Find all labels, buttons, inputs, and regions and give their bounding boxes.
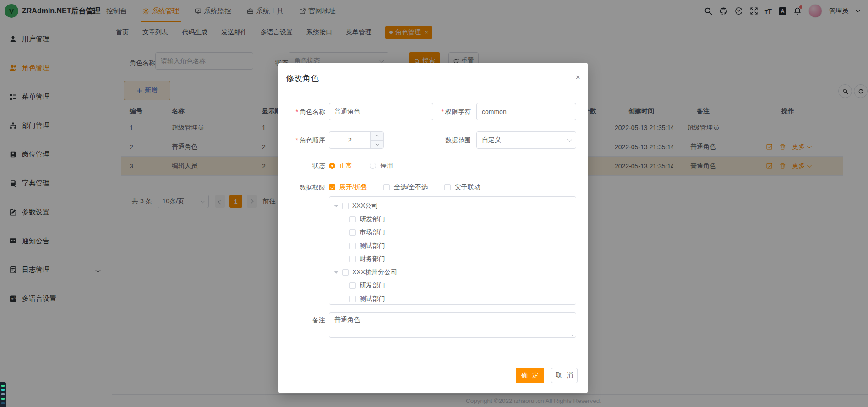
widget-pixel [1, 385, 5, 387]
select-all-label[interactable]: 全选/全不选 [394, 183, 428, 191]
tree-node[interactable]: 财务部门 [329, 252, 576, 266]
app-screen: V ZRAdmin.NET后台管理 控制台 系统管理 系统监控 [0, 0, 868, 407]
tree-node-label: 研发部门 [360, 282, 385, 290]
role-sort-stepper [329, 131, 384, 149]
decrease-button[interactable] [371, 141, 383, 149]
required-asterisk: * [296, 136, 298, 144]
remark-label: 备注 [283, 316, 325, 325]
stepper-controls [370, 132, 383, 148]
data-scope-value: 自定义 [482, 136, 501, 144]
tree-checkbox[interactable] [349, 296, 356, 302]
confirm-button[interactable]: 确 定 [516, 368, 544, 383]
expand-collapse-checkbox[interactable] [329, 184, 335, 190]
tree-node[interactable]: XXX公司 [329, 199, 576, 212]
chevron-down-icon [375, 142, 379, 146]
role-sort-label: *角色顺序 [283, 136, 325, 145]
radio-normal-label[interactable]: 正常 [339, 162, 352, 170]
widget-pixel [1, 402, 5, 404]
tree-checkbox[interactable] [349, 229, 356, 236]
tree-node-label: 测试部门 [360, 242, 385, 250]
tree-node[interactable]: 市场部门 [329, 226, 576, 239]
widget-pixel [1, 393, 5, 395]
select-all-checkbox[interactable] [383, 184, 390, 190]
role-name-input[interactable] [329, 103, 433, 120]
increase-button[interactable] [371, 132, 383, 141]
corner-widget [0, 382, 6, 407]
data-permission-label: 数据权限 [283, 184, 325, 192]
tree-node[interactable]: 测试部门 [329, 239, 576, 252]
data-permission-options: 展开/折叠 全选/全不选 父子联动 [329, 183, 480, 191]
role-key-input[interactable] [476, 103, 576, 120]
tree-checkbox[interactable] [342, 203, 349, 209]
tree-node[interactable]: 研发部门 [329, 279, 576, 292]
tree-node-label: 研发部门 [360, 215, 385, 223]
tree-node-label: XXX公司 [352, 202, 378, 210]
required-asterisk: * [296, 108, 298, 115]
status-label: 状态 [283, 162, 325, 170]
role-name-label: *角色名称 [283, 108, 325, 116]
expand-collapse-label[interactable]: 展开/折叠 [339, 183, 367, 191]
tree-checkbox[interactable] [349, 256, 356, 262]
chevron-up-icon [375, 134, 378, 138]
tree-node-label: 市场部门 [360, 228, 385, 237]
remark-textarea[interactable]: 普通角色 [329, 312, 576, 338]
tree-node[interactable]: 研发部门 [329, 212, 576, 226]
tree-node[interactable]: 测试部门 [329, 292, 576, 305]
tree-node-label: 测试部门 [360, 295, 385, 303]
tree-checkbox[interactable] [342, 269, 349, 276]
tree-node[interactable]: XXX杭州分公司 [329, 266, 576, 279]
widget-pixel [1, 389, 5, 391]
permission-tree: XXX公司 研发部门 市场部门 测试部门 财务部门 XXX杭州分公司 [329, 196, 576, 305]
tree-node-label: XXX杭州分公司 [352, 268, 397, 277]
dialog-title: 修改角色 [286, 73, 319, 84]
status-radio-group: 正常 停用 [329, 162, 393, 170]
parent-child-link-label[interactable]: 父子联动 [455, 183, 480, 191]
caret-down-icon[interactable] [334, 205, 338, 207]
role-key-label: *权限字符 [429, 108, 471, 116]
widget-pixel [1, 398, 5, 400]
radio-disabled-label[interactable]: 停用 [380, 162, 393, 170]
chevron-down-icon [567, 137, 572, 142]
caret-down-icon[interactable] [334, 271, 338, 274]
close-icon[interactable]: × [575, 73, 580, 81]
edit-role-dialog: 修改角色 × *角色名称 *权限字符 *角色顺序 数据范围 自定义 状态 正常 … [278, 63, 588, 393]
tree-checkbox[interactable] [349, 243, 356, 249]
data-scope-select[interactable]: 自定义 [476, 131, 576, 149]
radio-normal[interactable] [329, 163, 335, 169]
tree-checkbox[interactable] [349, 282, 356, 289]
radio-disabled[interactable] [370, 163, 376, 169]
cancel-button[interactable]: 取 消 [551, 368, 578, 383]
tree-node-label: 财务部门 [360, 255, 385, 263]
parent-child-link-checkbox[interactable] [444, 184, 451, 190]
tree-checkbox[interactable] [349, 216, 356, 222]
data-scope-label: 数据范围 [429, 136, 471, 145]
role-sort-input[interactable] [329, 132, 371, 148]
required-asterisk: * [442, 108, 444, 115]
